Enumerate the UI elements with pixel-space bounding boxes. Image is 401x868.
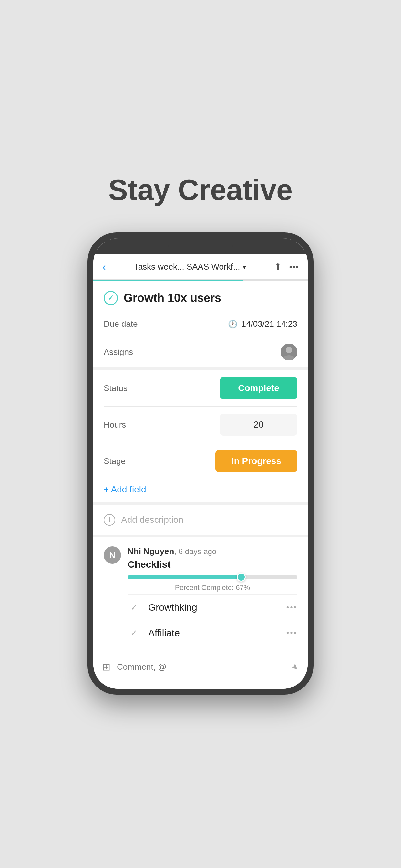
section-divider-1 xyxy=(93,368,308,370)
phone-frame: ‹ Tasks week... SAAS Workf... ▾ ⬆ ••• Gr… xyxy=(88,232,313,694)
comment-content: Nhi Nguyen, 6 days ago Checklist Percent… xyxy=(127,547,297,646)
nav-bar: ‹ Tasks week... SAAS Workf... ▾ ⬆ ••• xyxy=(93,254,308,280)
progress-label: Percent Complete: 67% xyxy=(127,584,297,592)
due-date-text: 14/03/21 14:23 xyxy=(242,319,298,329)
assigns-label: Assigns xyxy=(104,347,133,357)
comment-section: N Nhi Nguyen, 6 days ago Checklist Perc xyxy=(93,537,308,655)
avatar[interactable] xyxy=(281,344,297,361)
comment-author: Nhi Nguyen xyxy=(127,547,174,556)
task-complete-icon xyxy=(104,291,118,305)
checklist-item-text-2: Affiliate xyxy=(148,627,279,639)
page-wrapper: Stay Creative ‹ Tasks week... SAAS Workf… xyxy=(0,0,401,868)
back-button[interactable]: ‹ xyxy=(102,261,106,273)
share-icon[interactable]: ⬆ xyxy=(274,261,281,272)
progress-fill xyxy=(127,575,241,579)
user-avatar: N xyxy=(104,547,121,564)
check-icon-2: ✓ xyxy=(127,628,141,638)
stage-label: Stage xyxy=(104,456,126,466)
send-icon[interactable]: ➤ xyxy=(289,661,302,674)
checklist-item-1[interactable]: ✓ Growthking ••• xyxy=(127,594,297,620)
check-icon-1: ✓ xyxy=(127,602,141,613)
progress-track[interactable] xyxy=(127,575,297,579)
description-placeholder: Add description xyxy=(121,515,183,525)
more-icon[interactable]: ••• xyxy=(289,262,299,272)
section-divider-2 xyxy=(93,502,308,505)
svg-point-1 xyxy=(286,347,292,353)
checklist-title: Checklist xyxy=(127,556,297,575)
notch xyxy=(168,240,233,252)
nav-actions: ⬆ ••• xyxy=(274,261,299,272)
comment-time: , 6 days ago xyxy=(174,547,216,556)
hours-label: Hours xyxy=(104,420,126,430)
stage-button[interactable]: In Progress xyxy=(215,450,297,472)
checklist-item-text-1: Growthking xyxy=(148,602,279,613)
hours-row: Hours 20 xyxy=(93,407,308,443)
checklist-item-2[interactable]: ✓ Affiliate ••• xyxy=(127,620,297,646)
progress-container: Percent Complete: 67% xyxy=(127,575,297,594)
notch-bar xyxy=(93,238,308,254)
nav-title: Tasks week... SAAS Workf... xyxy=(134,262,240,272)
avatar-image xyxy=(281,344,297,361)
due-date-label: Due date xyxy=(104,319,138,329)
nav-title-area: Tasks week... SAAS Workf... ▾ xyxy=(134,262,246,272)
chevron-down-icon[interactable]: ▾ xyxy=(243,263,246,271)
page-title: Stay Creative xyxy=(109,174,292,207)
add-field-button[interactable]: + Add field xyxy=(93,479,308,502)
description-row[interactable]: i Add description xyxy=(93,505,308,535)
status-label: Status xyxy=(104,383,127,393)
progress-thumb[interactable] xyxy=(237,572,246,582)
section-divider-3 xyxy=(93,535,308,537)
comment-input[interactable] xyxy=(117,662,285,672)
clock-icon: 🕐 xyxy=(228,320,238,329)
stage-row: Stage In Progress xyxy=(93,443,308,479)
status-button[interactable]: Complete xyxy=(220,377,297,399)
comment-header: Nhi Nguyen, 6 days ago xyxy=(127,547,297,556)
phone-bottom-space xyxy=(93,679,308,689)
info-icon: i xyxy=(104,514,115,526)
task-header: Growth 10x users xyxy=(93,281,308,312)
task-title: Growth 10x users xyxy=(124,291,221,305)
due-date-value: 🕐 14/03/21 14:23 xyxy=(228,319,298,329)
status-row: Status Complete xyxy=(93,370,308,406)
bottom-bar: ⊞ ➤ xyxy=(93,655,308,679)
hours-value[interactable]: 20 xyxy=(220,414,297,436)
due-date-row: Due date 🕐 14/03/21 14:23 xyxy=(93,312,308,336)
phone-screen: ‹ Tasks week... SAAS Workf... ▾ ⬆ ••• Gr… xyxy=(93,238,308,689)
grid-icon[interactable]: ⊞ xyxy=(102,661,111,673)
assigns-row: Assigns xyxy=(93,337,308,368)
more-options-2[interactable]: ••• xyxy=(286,628,297,638)
more-options-1[interactable]: ••• xyxy=(286,603,297,612)
